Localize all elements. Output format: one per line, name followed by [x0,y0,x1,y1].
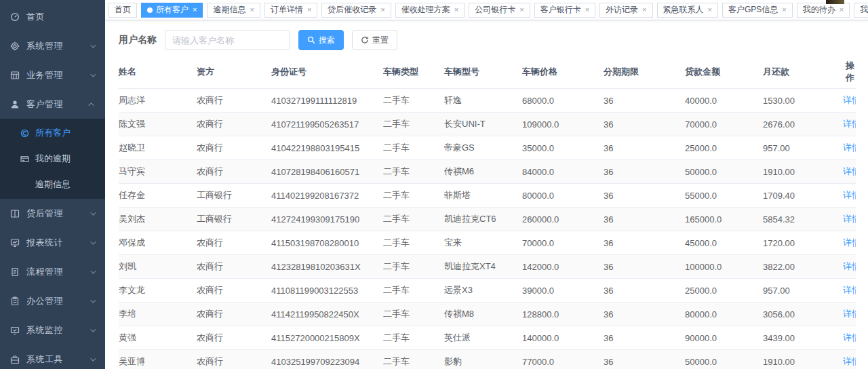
reset-button[interactable]: 重置 [352,30,397,50]
cell-vehicle-type: 二手车 [383,255,444,279]
cell-monthly: 1720.00 [763,231,843,255]
customer-table: 姓名 资方 身份证号 车辆类型 车辆型号 车辆价格 分期期限 贷款金额 月还款 … [105,57,868,369]
col-header-vehicle-model: 车辆型号 [444,60,522,89]
detail-link[interactable]: 详情 [843,309,856,319]
close-icon[interactable]: × [250,6,254,14]
view-tab[interactable]: 所有客户 × [141,3,203,18]
cell-vehicle-model: 凯迪拉克XT4 [444,255,522,279]
sidebar-item-label: 业务管理 [26,69,90,81]
cell-vehicle-type: 二手车 [383,303,444,326]
cell-id-number: 41232819810203631X [271,255,383,279]
cell-funder: 农商行 [197,326,271,350]
view-tab[interactable]: 客户银行卡 × [534,3,595,18]
view-tab[interactable]: 我的流程 × [854,3,868,18]
detail-link[interactable]: 详情 [843,166,856,176]
detail-link[interactable]: 详情 [843,237,856,248]
dashboard-icon [10,12,20,22]
sidebar-item-report-stats[interactable]: 报表统计 [0,228,105,257]
detail-link[interactable]: 详情 [843,285,856,295]
chevron-down-icon [90,355,96,361]
sidebar-item-business-mgmt[interactable]: 业务管理 [0,60,105,90]
view-tab[interactable]: 公司银行卡 × [469,3,530,18]
cell-name: 李文龙 [119,279,197,303]
sidebar-item-process-mgmt[interactable]: 流程管理 [0,257,105,286]
cell-vehicle-type: 二手车 [383,160,444,184]
view-tab[interactable]: 客户GPS信息 × [722,3,793,18]
detail-link[interactable]: 详情 [843,119,856,129]
sidebar-item-all-customers[interactable]: 所有客户 [0,120,105,146]
cell-name: 陈文强 [119,113,197,136]
tab-label: 逾期信息 [213,4,245,16]
cell-vehicle-type: 二手车 [383,350,444,369]
sidebar-item-postloan-mgmt[interactable]: 贷后管理 [0,199,105,228]
view-tab[interactable]: 贷后催收记录 × [321,3,391,18]
cell-id-number: 410327199111112819 [271,89,383,113]
col-header-loan: 贷款金额 [685,60,763,89]
table-row: 陈文强 农商行 410721199505263517 二手车 长安UNI-T 1… [119,113,856,136]
col-header-funder: 资方 [197,60,271,89]
sidebar-item-label: 系统管理 [26,40,90,52]
col-header-price: 车辆价格 [522,60,604,89]
view-tab[interactable]: 逾期信息 × [207,3,260,18]
view-tab[interactable]: 紧急联系人 × [657,3,718,18]
cell-price: 84000.0 [522,160,604,184]
view-tab[interactable]: 催收处理方案 × [395,3,465,18]
close-icon[interactable]: × [585,6,589,14]
table-row: 李培 农商行 41142119950822450X 二手车 传祺M8 12880… [119,303,856,326]
cell-vehicle-model: 帝豪GS [444,136,522,160]
cell-price: 128800.0 [522,303,604,326]
close-icon[interactable]: × [642,6,646,14]
card-icon [20,155,29,163]
detail-link[interactable]: 详情 [843,261,856,271]
close-icon[interactable]: × [307,6,311,14]
sidebar-item-home[interactable]: 首页 [0,2,105,31]
sidebar-item-system-tools[interactable]: 系统工具 [0,345,105,369]
cell-name: 周志洋 [119,89,197,113]
cell-price: 70000.0 [522,231,604,255]
view-tab[interactable]: 首页 [108,3,137,18]
cell-funder: 工商银行 [197,184,271,208]
close-icon[interactable]: × [454,6,458,14]
cell-funder: 工商银行 [197,208,271,231]
close-icon[interactable]: × [380,6,384,14]
sidebar-item-customer-mgmt[interactable]: 客户管理 [0,90,105,119]
submenu-item-label: 我的逾期 [35,153,71,165]
view-tab[interactable]: 外访记录 × [599,3,652,18]
cell-loan: 165000.0 [685,208,763,231]
detail-link[interactable]: 详情 [843,214,856,224]
detail-link[interactable]: 详情 [843,142,856,153]
sidebar-item-my-overdue[interactable]: 我的逾期 [0,146,105,172]
cell-name: 赵晓卫 [119,136,197,160]
cell-vehicle-model: 轩逸 [444,89,522,113]
close-icon[interactable]: × [708,6,712,14]
search-button[interactable]: 搜索 [298,30,344,50]
grid-icon [10,71,20,80]
detail-link[interactable]: 详情 [843,332,856,343]
clipboard-icon [10,296,20,306]
detail-link[interactable]: 详情 [843,356,856,366]
view-tab[interactable]: 订单详情 × [264,3,317,18]
sidebar-item-label: 办公管理 [26,295,90,307]
cell-name: 刘凯 [119,255,197,279]
sidebar: 首页 系统管理 业务管理 客户管理 [0,0,105,369]
close-icon[interactable]: × [840,6,844,14]
detail-link[interactable]: 详情 [843,95,856,105]
sidebar-item-system-monitor[interactable]: 系统监控 [0,315,105,345]
sidebar-item-system-mgmt[interactable]: 系统管理 [0,31,105,60]
sidebar-item-office-mgmt[interactable]: 办公管理 [0,286,105,315]
close-icon[interactable]: × [193,6,197,14]
view-tab[interactable]: 我的待办 × [797,3,850,18]
cell-vehicle-type: 二手车 [383,89,444,113]
cell-vehicle-type: 二手车 [383,231,444,255]
cell-name: 马守宾 [119,160,197,184]
cell-loan: 25000.0 [685,279,763,303]
cell-price: 39000.0 [522,279,604,303]
cell-loan: 50000.0 [685,160,763,184]
sidebar-item-overdue-info[interactable]: 逾期信息 [0,172,105,197]
tab-label: 首页 [115,4,131,16]
cell-vehicle-type: 二手车 [383,113,444,136]
close-icon[interactable]: × [782,6,786,14]
search-input[interactable] [165,30,290,50]
close-icon[interactable]: × [519,6,524,14]
detail-link[interactable]: 详情 [843,190,856,200]
